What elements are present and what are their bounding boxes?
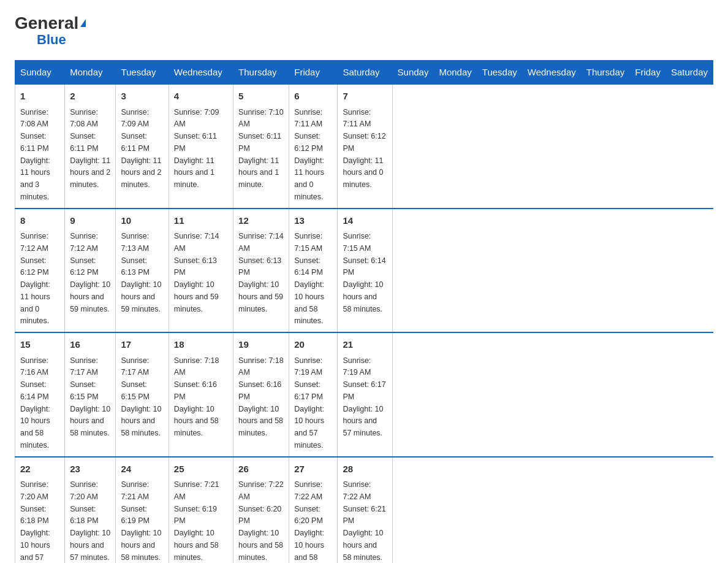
- col-header-monday: Monday: [65, 61, 116, 85]
- day-number: 23: [70, 462, 110, 477]
- day-info: Sunrise: 7:22 AMSunset: 6:21 PMDaylight:…: [343, 480, 385, 562]
- day-info: Sunrise: 7:21 AMSunset: 6:19 PMDaylight:…: [174, 480, 219, 562]
- day-info: Sunrise: 7:21 AMSunset: 6:19 PMDaylight:…: [121, 480, 161, 562]
- calendar-cell: 28Sunrise: 7:22 AMSunset: 6:21 PMDayligh…: [338, 457, 392, 564]
- day-info: Sunrise: 7:14 AMSunset: 6:13 PMDaylight:…: [174, 232, 219, 313]
- calendar-cell: 10Sunrise: 7:13 AMSunset: 6:13 PMDayligh…: [116, 209, 169, 333]
- day-number: 11: [174, 214, 228, 228]
- calendar-cell: 26Sunrise: 7:22 AMSunset: 6:20 PMDayligh…: [233, 457, 289, 564]
- day-number: 9: [70, 214, 110, 228]
- day-number: 19: [238, 338, 284, 352]
- day-number: 1: [20, 90, 59, 104]
- calendar-cell: 25Sunrise: 7:21 AMSunset: 6:19 PMDayligh…: [169, 457, 233, 564]
- day-number: 13: [294, 214, 332, 228]
- day-number: 12: [238, 214, 284, 228]
- col-header-thursday: Thursday: [581, 61, 630, 85]
- day-number: 7: [343, 90, 387, 104]
- calendar-cell: 1Sunrise: 7:08 AMSunset: 6:11 PMDaylight…: [15, 84, 65, 209]
- calendar-cell: 14Sunrise: 7:15 AMSunset: 6:14 PMDayligh…: [338, 209, 392, 333]
- day-number: 5: [238, 90, 284, 104]
- day-number: 10: [121, 214, 163, 228]
- day-info: Sunrise: 7:15 AMSunset: 6:14 PMDaylight:…: [343, 232, 385, 313]
- day-info: Sunrise: 7:18 AMSunset: 6:16 PMDaylight:…: [238, 356, 284, 438]
- calendar-cell: 19Sunrise: 7:18 AMSunset: 6:16 PMDayligh…: [233, 332, 289, 457]
- day-number: 4: [174, 90, 228, 104]
- day-number: 3: [121, 90, 163, 104]
- col-header-wednesday: Wednesday: [169, 61, 233, 85]
- day-info: Sunrise: 7:09 AMSunset: 6:11 PMDaylight:…: [121, 108, 161, 190]
- day-info: Sunrise: 7:19 AMSunset: 6:17 PMDaylight:…: [343, 356, 385, 438]
- day-info: Sunrise: 7:19 AMSunset: 6:17 PMDaylight:…: [294, 356, 324, 450]
- calendar-cell: 24Sunrise: 7:21 AMSunset: 6:19 PMDayligh…: [116, 457, 169, 564]
- col-header-saturday: Saturday: [665, 61, 713, 85]
- day-number: 28: [343, 462, 387, 477]
- day-info: Sunrise: 7:17 AMSunset: 6:15 PMDaylight:…: [121, 356, 161, 438]
- day-info: Sunrise: 7:18 AMSunset: 6:16 PMDaylight:…: [174, 356, 219, 438]
- day-number: 25: [174, 462, 228, 477]
- day-info: Sunrise: 7:16 AMSunset: 6:14 PMDaylight:…: [20, 356, 50, 450]
- day-info: Sunrise: 7:17 AMSunset: 6:15 PMDaylight:…: [70, 356, 110, 438]
- col-header-thursday: Thursday: [233, 61, 289, 85]
- calendar-week-row: 15Sunrise: 7:16 AMSunset: 6:14 PMDayligh…: [15, 332, 713, 457]
- calendar-week-row: 22Sunrise: 7:20 AMSunset: 6:18 PMDayligh…: [15, 457, 713, 564]
- day-info: Sunrise: 7:11 AMSunset: 6:12 PMDaylight:…: [294, 108, 324, 201]
- calendar-cell: 16Sunrise: 7:17 AMSunset: 6:15 PMDayligh…: [65, 332, 116, 457]
- calendar-cell: 20Sunrise: 7:19 AMSunset: 6:17 PMDayligh…: [289, 332, 338, 457]
- day-number: 21: [343, 338, 387, 352]
- day-number: 20: [294, 338, 332, 352]
- calendar-cell: 17Sunrise: 7:17 AMSunset: 6:15 PMDayligh…: [116, 332, 169, 457]
- calendar-week-row: 8Sunrise: 7:12 AMSunset: 6:12 PMDaylight…: [15, 209, 713, 333]
- calendar-cell: 22Sunrise: 7:20 AMSunset: 6:18 PMDayligh…: [15, 457, 65, 564]
- logo: General Blue: [15, 15, 86, 48]
- day-number: 26: [238, 462, 284, 477]
- day-info: Sunrise: 7:13 AMSunset: 6:13 PMDaylight:…: [121, 232, 161, 313]
- day-number: 17: [121, 338, 163, 352]
- calendar-cell: 3Sunrise: 7:09 AMSunset: 6:11 PMDaylight…: [116, 84, 169, 209]
- calendar-cell: 9Sunrise: 7:12 AMSunset: 6:12 PMDaylight…: [65, 209, 116, 333]
- day-number: 14: [343, 214, 387, 228]
- calendar-cell: 15Sunrise: 7:16 AMSunset: 6:14 PMDayligh…: [15, 332, 65, 457]
- calendar-week-row: 1Sunrise: 7:08 AMSunset: 6:11 PMDaylight…: [15, 84, 713, 209]
- day-number: 27: [294, 462, 332, 477]
- day-info: Sunrise: 7:12 AMSunset: 6:12 PMDaylight:…: [70, 232, 110, 313]
- day-info: Sunrise: 7:22 AMSunset: 6:20 PMDaylight:…: [238, 480, 284, 562]
- calendar-cell: 23Sunrise: 7:20 AMSunset: 6:18 PMDayligh…: [65, 457, 116, 564]
- day-info: Sunrise: 7:20 AMSunset: 6:18 PMDaylight:…: [70, 480, 110, 562]
- col-header-friday: Friday: [630, 61, 666, 85]
- calendar-cell: 21Sunrise: 7:19 AMSunset: 6:17 PMDayligh…: [338, 332, 392, 457]
- col-header-saturday: Saturday: [338, 61, 392, 85]
- day-number: 2: [70, 90, 110, 104]
- calendar-cell: 6Sunrise: 7:11 AMSunset: 6:12 PMDaylight…: [289, 84, 338, 209]
- calendar-cell: 2Sunrise: 7:08 AMSunset: 6:11 PMDaylight…: [65, 84, 116, 209]
- day-info: Sunrise: 7:15 AMSunset: 6:14 PMDaylight:…: [294, 232, 324, 325]
- calendar-cell: 11Sunrise: 7:14 AMSunset: 6:13 PMDayligh…: [169, 209, 233, 333]
- day-number: 15: [20, 338, 59, 352]
- page-header: General Blue: [15, 15, 713, 48]
- day-number: 24: [121, 462, 163, 477]
- day-info: Sunrise: 7:14 AMSunset: 6:13 PMDaylight:…: [238, 232, 284, 313]
- day-number: 22: [20, 462, 59, 477]
- day-info: Sunrise: 7:09 AMSunset: 6:11 PMDaylight:…: [174, 108, 219, 190]
- calendar-table: SundayMondayTuesdayWednesdayThursdayFrid…: [15, 60, 713, 563]
- day-info: Sunrise: 7:08 AMSunset: 6:11 PMDaylight:…: [20, 108, 50, 201]
- calendar-cell: 13Sunrise: 7:15 AMSunset: 6:14 PMDayligh…: [289, 209, 338, 333]
- col-header-sunday: Sunday: [392, 61, 434, 85]
- day-number: 16: [70, 338, 110, 352]
- calendar-cell: 8Sunrise: 7:12 AMSunset: 6:12 PMDaylight…: [15, 209, 65, 333]
- day-info: Sunrise: 7:11 AMSunset: 6:12 PMDaylight:…: [343, 108, 385, 190]
- col-header-sunday: Sunday: [15, 61, 65, 85]
- calendar-cell: 7Sunrise: 7:11 AMSunset: 6:12 PMDaylight…: [338, 84, 392, 209]
- col-header-wednesday: Wednesday: [522, 61, 581, 85]
- calendar-cell: 5Sunrise: 7:10 AMSunset: 6:11 PMDaylight…: [233, 84, 289, 209]
- day-info: Sunrise: 7:08 AMSunset: 6:11 PMDaylight:…: [70, 108, 110, 190]
- col-header-friday: Friday: [289, 61, 338, 85]
- col-header-tuesday: Tuesday: [116, 61, 169, 85]
- calendar-cell: 27Sunrise: 7:22 AMSunset: 6:20 PMDayligh…: [289, 457, 338, 564]
- day-number: 8: [20, 214, 59, 228]
- calendar-cell: 12Sunrise: 7:14 AMSunset: 6:13 PMDayligh…: [233, 209, 289, 333]
- logo-general-text: General: [15, 15, 86, 32]
- day-info: Sunrise: 7:20 AMSunset: 6:18 PMDaylight:…: [20, 480, 50, 563]
- day-number: 18: [174, 338, 228, 352]
- day-info: Sunrise: 7:12 AMSunset: 6:12 PMDaylight:…: [20, 232, 50, 325]
- logo-blue-text: Blue: [37, 32, 66, 48]
